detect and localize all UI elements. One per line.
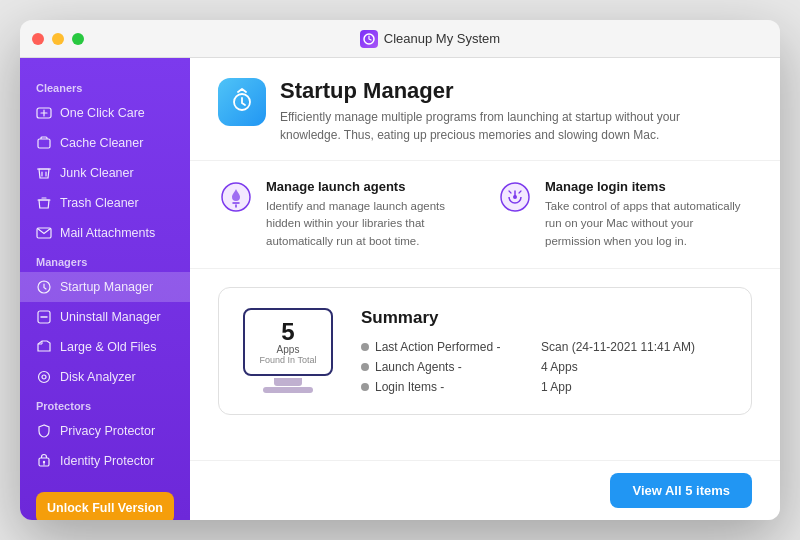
cleaners-section-label: Cleaners [20, 74, 190, 98]
feature-login-items-desc: Take control of apps that automatically … [545, 198, 752, 250]
sidebar-item-cache-cleaner[interactable]: Cache Cleaner [20, 128, 190, 158]
apps-count: 5 [281, 320, 294, 344]
sidebar-label-cache-cleaner: Cache Cleaner [60, 136, 143, 150]
sidebar-item-identity-protector[interactable]: Identity Protector [20, 446, 190, 476]
apps-label: Apps [277, 344, 300, 355]
sidebar: Cleaners One Click Care Cache Cleaner [20, 58, 190, 520]
monitor-stand [274, 378, 302, 386]
summary-value-1: 4 Apps [541, 360, 578, 374]
sidebar-label-trash-cleaner: Trash Cleaner [60, 196, 139, 210]
dot-0 [361, 343, 369, 351]
sidebar-item-large-old-files[interactable]: Large & Old Files [20, 332, 190, 362]
content-footer: View All 5 items [190, 460, 780, 520]
sidebar-label-privacy-protector: Privacy Protector [60, 424, 155, 438]
launch-agents-icon [218, 179, 254, 215]
feature-card-login-items: Manage login items Take control of apps … [497, 179, 752, 250]
minimize-button[interactable] [52, 33, 64, 45]
content-header: Startup Manager Efficiently manage multi… [190, 58, 780, 161]
title-bar-center: Cleanup My System [92, 30, 768, 48]
view-all-button[interactable]: View All 5 items [610, 473, 752, 508]
sidebar-item-uninstall-manager[interactable]: Uninstall Manager [20, 302, 190, 332]
summary-section: 5 Apps Found In Total Summary Last Ac [190, 269, 780, 460]
feature-card-launch-agents-text: Manage launch agents Identify and manage… [266, 179, 473, 250]
app-window: Cleanup My System Cleaners One Click Car… [20, 20, 780, 520]
sidebar-item-one-click-care[interactable]: One Click Care [20, 98, 190, 128]
content-area: Startup Manager Efficiently manage multi… [190, 58, 780, 520]
protectors-section-label: Protectors [20, 392, 190, 416]
sidebar-label-startup-manager: Startup Manager [60, 280, 153, 294]
svg-rect-2 [38, 139, 50, 148]
sidebar-item-trash-cleaner[interactable]: Trash Cleaner [20, 188, 190, 218]
summary-title: Summary [361, 308, 727, 328]
summary-value-2: 1 App [541, 380, 572, 394]
monitor-base [263, 387, 313, 393]
title-bar: Cleanup My System [20, 20, 780, 58]
header-text: Startup Manager Efficiently manage multi… [280, 78, 740, 144]
svg-point-11 [513, 195, 517, 199]
summary-row-1: Launch Agents - 4 Apps [361, 360, 727, 374]
login-items-icon [497, 179, 533, 215]
summary-card: 5 Apps Found In Total Summary Last Ac [218, 287, 752, 415]
sidebar-item-disk-analyzer[interactable]: Disk Analyzer [20, 362, 190, 392]
maximize-button[interactable] [72, 33, 84, 45]
sidebar-label-uninstall-manager: Uninstall Manager [60, 310, 161, 324]
summary-row-0: Last Action Performed - Scan (24-11-2021… [361, 340, 727, 354]
summary-label-2: Login Items - [375, 380, 535, 394]
sidebar-bottom: Unlock Full Version [20, 476, 190, 520]
feature-launch-agents-desc: Identify and manage launch agents hidden… [266, 198, 473, 250]
sidebar-label-large-old-files: Large & Old Files [60, 340, 157, 354]
sidebar-item-startup-manager[interactable]: Startup Manager [20, 272, 190, 302]
monitor-screen: 5 Apps Found In Total [243, 308, 333, 376]
summary-rows: Last Action Performed - Scan (24-11-2021… [361, 340, 727, 394]
app-title: Cleanup My System [384, 31, 500, 46]
app-icon [360, 30, 378, 48]
summary-label-1: Launch Agents - [375, 360, 535, 374]
summary-value-0: Scan (24-11-2021 11:41 AM) [541, 340, 695, 354]
summary-row-2: Login Items - 1 App [361, 380, 727, 394]
feature-cards: Manage launch agents Identify and manage… [190, 161, 780, 269]
sidebar-item-privacy-protector[interactable]: Privacy Protector [20, 416, 190, 446]
sidebar-item-junk-cleaner[interactable]: Junk Cleaner [20, 158, 190, 188]
sidebar-label-disk-analyzer: Disk Analyzer [60, 370, 136, 384]
feature-card-launch-agents: Manage launch agents Identify and manage… [218, 179, 473, 250]
sidebar-label-identity-protector: Identity Protector [60, 454, 155, 468]
managers-section-label: Managers [20, 248, 190, 272]
unlock-full-version-button[interactable]: Unlock Full Version [36, 492, 174, 520]
feature-card-login-items-text: Manage login items Take control of apps … [545, 179, 752, 250]
monitor-graphic: 5 Apps Found In Total [243, 308, 333, 393]
dot-2 [361, 383, 369, 391]
summary-details: Summary Last Action Performed - Scan (24… [361, 308, 727, 394]
close-button[interactable] [32, 33, 44, 45]
main-layout: Cleaners One Click Care Cache Cleaner [20, 58, 780, 520]
sidebar-label-one-click-care: One Click Care [60, 106, 145, 120]
dot-1 [361, 363, 369, 371]
svg-point-5 [39, 372, 50, 383]
sidebar-label-junk-cleaner: Junk Cleaner [60, 166, 134, 180]
summary-label-0: Last Action Performed - [375, 340, 535, 354]
feature-launch-agents-title: Manage launch agents [266, 179, 473, 194]
feature-login-items-title: Manage login items [545, 179, 752, 194]
page-title: Startup Manager [280, 78, 740, 104]
sidebar-item-mail-attachments[interactable]: Mail Attachments [20, 218, 190, 248]
startup-manager-icon [218, 78, 266, 126]
svg-point-6 [42, 375, 46, 379]
page-description: Efficiently manage multiple programs fro… [280, 108, 740, 144]
sidebar-label-mail-attachments: Mail Attachments [60, 226, 155, 240]
found-label: Found In Total [260, 355, 317, 365]
